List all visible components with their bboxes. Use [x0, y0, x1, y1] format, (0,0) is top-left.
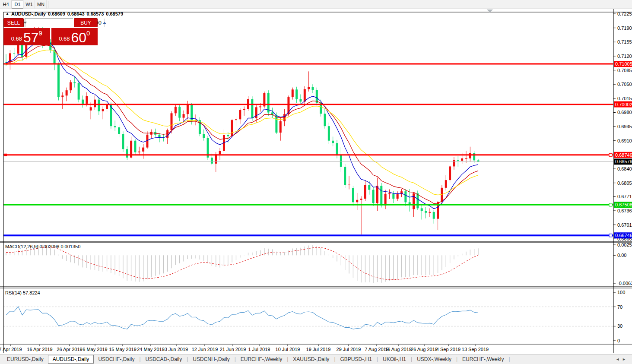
lot-size-control	[25, 18, 73, 27]
rsi-indicator-label: RSI(14) 57.8224	[5, 290, 40, 295]
timeframe-h4-button[interactable]: H4	[0, 0, 12, 9]
symbol-tab-usdchf-daily[interactable]: USDCHF-,Daily	[94, 355, 139, 363]
svg-text:0.00: 0.00	[617, 253, 626, 258]
timeframe-toolbar: H4 D1 W1 MN	[0, 0, 632, 9]
svg-text:0.71900: 0.71900	[617, 25, 632, 31]
buy-price-button[interactable]: 0.68600	[51, 28, 98, 45]
chart-canvas[interactable]: 0.722500.719000.715500.712000.708500.705…	[0, 0, 632, 364]
symbol-tab-xauusd-daily[interactable]: XAUUSD-,Daily	[289, 355, 333, 363]
triangle-down-icon	[23, 22, 27, 24]
date-label: 10 Jul 2019	[276, 347, 300, 352]
macd-name: MACD(12,26,9)	[5, 244, 38, 249]
symbol-name: AUDUSD-,Daily	[11, 11, 46, 16]
tab-separator: |	[508, 356, 511, 362]
date-label: 3 Jun 2019	[165, 347, 188, 352]
triangle-up-icon	[103, 22, 106, 24]
date-label: 21 Jun 2019	[220, 347, 246, 352]
date-label: 16 Apr 2019	[27, 347, 52, 352]
date-label: 26 Apr 2019	[57, 347, 82, 352]
macd-pane	[6, 245, 478, 283]
collapse-panel-icon[interactable]: ▲	[6, 12, 9, 17]
date-label: 7 Apr 2019	[0, 347, 22, 352]
date-label: 26 Aug 2019	[411, 347, 438, 352]
sell-price-prefix: 0.68	[11, 35, 22, 42]
symbol-tab-gbpusd-h1[interactable]: GBPUSD-,H1	[336, 355, 376, 363]
lot-increase-button[interactable]	[104, 19, 105, 27]
symbol-tab-usdcnh-daily[interactable]: USDCNH-,Daily	[188, 355, 234, 363]
svg-text:0.71005: 0.71005	[615, 61, 632, 66]
symbol-tab-eurchf-weekly[interactable]: EURCHF-,Weekly	[458, 355, 508, 363]
sell-price-pip: 9	[39, 29, 42, 37]
high-value: 0.68643	[67, 11, 85, 16]
svg-text:0.68050: 0.68050	[617, 180, 632, 186]
svg-text:0.67010: 0.67010	[617, 222, 632, 228]
symbol-tab-usdcad-daily[interactable]: USDCAD-,Daily	[141, 355, 187, 363]
svg-text:0.69450: 0.69450	[617, 124, 632, 129]
rsi-name: RSI(14)	[5, 290, 22, 295]
svg-text:0.66746: 0.66746	[615, 233, 632, 238]
svg-text:0.69100: 0.69100	[617, 138, 632, 143]
line-handle[interactable]	[609, 203, 612, 206]
timeframe-mn-button[interactable]: MN	[35, 0, 47, 9]
date-label: 12 Jun 2019	[192, 347, 218, 352]
line-handle[interactable]	[609, 234, 612, 237]
low-value: 0.68573	[87, 11, 104, 16]
symbol-ohlc-line: ▲ AUDUSD-,Daily 0.68609 0.68643 0.68573 …	[6, 11, 123, 16]
svg-text:0.67710: 0.67710	[617, 194, 632, 199]
sell-price-button[interactable]: 0.68579	[3, 28, 50, 45]
date-label: 4 Sep 2019	[436, 347, 461, 352]
chart-frame	[0, 9, 632, 353]
symbol-tab-audusd-daily[interactable]: AUDUSD-,Daily	[48, 355, 94, 364]
line-handle[interactable]	[609, 153, 612, 156]
date-label: 13 Sep 2019	[462, 347, 489, 352]
date-label: 19 Jul 2019	[306, 347, 331, 352]
toolbar-separator	[48, 1, 48, 8]
sell-price-big: 57	[23, 31, 39, 44]
candlesticks	[5, 22, 480, 234]
svg-text:100: 100	[617, 290, 625, 295]
svg-text:0.70150: 0.70150	[617, 96, 632, 101]
macd-values: 0.002098 0.001350	[39, 244, 80, 249]
svg-text:0.68746: 0.68746	[615, 152, 632, 158]
date-label: 15 May 2019	[109, 347, 137, 352]
symbol-tab-ukoil-h1[interactable]: UKOil-,H1	[378, 355, 410, 363]
rsi-pane	[3, 307, 613, 329]
close-value: 0.68579	[106, 11, 123, 16]
lot-decrease-button[interactable]	[25, 19, 25, 27]
macd-indicator-label: MACD(12,26,9) 0.002098 0.001350	[5, 244, 80, 249]
svg-text:0.71550: 0.71550	[617, 39, 632, 44]
svg-text:0.68400: 0.68400	[617, 166, 632, 171]
svg-text:0.72250: 0.72250	[617, 11, 632, 16]
timeframe-w1-button[interactable]: W1	[23, 0, 35, 9]
symbol-tab-eurchf-weekly[interactable]: EURCHF-,Weekly	[236, 355, 286, 363]
svg-text:0.68579: 0.68579	[615, 159, 632, 164]
symbol-tab-eurusd-daily[interactable]: EURUSD-,Daily	[3, 355, 48, 363]
svg-text:70: 70	[617, 304, 622, 310]
symbol-tab-usdx-weekly[interactable]: USDX-,Weekly	[413, 355, 456, 363]
svg-text:0.70002: 0.70002	[615, 102, 632, 107]
svg-text:0.67508: 0.67508	[615, 202, 632, 207]
svg-text:30: 30	[617, 323, 622, 329]
date-label: 6 May 2019	[83, 347, 107, 352]
svg-text:-0.006326: -0.006326	[617, 281, 632, 286]
chart-tab-bar: EURUSD-,DailyAUDUSD-,DailyUSDCHF-,Daily|…	[0, 354, 632, 364]
line-handle[interactable]	[4, 154, 7, 156]
buy-button[interactable]: BUY	[74, 18, 98, 27]
date-label: 29 Jul 2019	[337, 347, 361, 352]
price-scale: 0.722500.719000.715500.712000.708500.705…	[614, 11, 632, 343]
date-label: 24 May 2019	[137, 347, 165, 352]
moving-averages	[6, 41, 478, 209]
buy-price-prefix: 0.68	[59, 35, 70, 42]
rsi-value: 57.8224	[23, 290, 40, 295]
timeframe-d1-button[interactable]: D1	[12, 0, 23, 9]
svg-text:0.71200: 0.71200	[617, 54, 632, 59]
tab-scroll-arrows[interactable]: ◄►	[616, 357, 629, 361]
buy-price-pip: 0	[86, 29, 90, 37]
date-label: 1 Jul 2019	[248, 347, 270, 352]
svg-text:0.002574: 0.002574	[617, 242, 632, 247]
svg-text:0: 0	[617, 338, 620, 343]
mt4-window: 0.722500.719000.715500.712000.708500.705…	[0, 0, 632, 364]
sell-button[interactable]: SELL	[3, 18, 24, 27]
date-label: 16 Aug 2019	[385, 347, 412, 352]
horizontal-lines	[3, 64, 613, 237]
